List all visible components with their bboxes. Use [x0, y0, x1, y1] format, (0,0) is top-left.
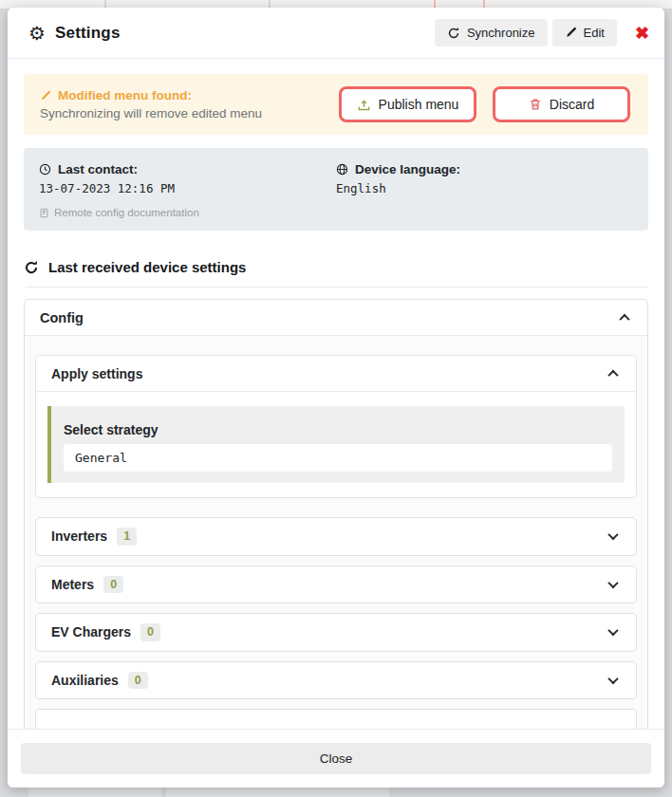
gear-icon: ⚙ — [28, 24, 46, 43]
settings-dialog: ⚙ Settings Synchronize Edit — [8, 8, 664, 788]
device-language-block: Device language: English — [336, 162, 633, 218]
banner-title-row: Modified menu found: — [40, 88, 262, 102]
section-divider — [26, 287, 648, 287]
inverters-header[interactable]: Inverters 1 — [36, 518, 636, 555]
accordion-item-inverters: Inverters 1 — [35, 517, 637, 556]
last-contact-label: Last contact: — [58, 162, 138, 176]
globe-icon — [336, 163, 348, 176]
config-accordion-header[interactable]: Config — [25, 300, 647, 336]
apply-settings-accordion: Apply settings Select strategy General — [35, 355, 637, 498]
device-language-label: Device language: — [355, 162, 460, 176]
last-contact-value: 13-07-2023 12:16 PM — [39, 181, 336, 195]
device-language-value: English — [336, 181, 633, 195]
clock-icon — [39, 163, 51, 176]
ev-chargers-label: EV Chargers — [51, 624, 131, 639]
discard-button[interactable]: Discard — [493, 86, 630, 122]
discard-label: Discard — [550, 97, 594, 112]
auxiliaries-header[interactable]: Auxiliaries 0 — [36, 662, 636, 699]
apply-settings-label: Apply settings — [51, 366, 142, 381]
apply-settings-header[interactable]: Apply settings — [36, 356, 636, 392]
meters-header[interactable]: Meters 0 — [36, 566, 636, 603]
header-actions: Synchronize Edit ✖ — [435, 19, 649, 46]
meters-label: Meters — [51, 577, 94, 592]
auxiliaries-count-badge: 0 — [128, 672, 148, 690]
dialog-body: Modified menu found: Synchronizing will … — [8, 59, 664, 729]
accordion-item-partial[interactable] — [35, 709, 637, 729]
synchronize-button[interactable]: Synchronize — [435, 19, 548, 46]
close-button[interactable]: Close — [21, 743, 651, 774]
ev-chargers-header[interactable]: EV Chargers 0 — [36, 614, 636, 651]
refresh-icon — [447, 27, 460, 40]
edit-button[interactable]: Edit — [552, 19, 617, 46]
pencil-icon — [565, 27, 577, 39]
chevron-up-icon — [617, 310, 632, 325]
device-info-box: Last contact: 13-07-2023 12:16 PM Remote… — [24, 148, 648, 231]
strategy-select[interactable]: General — [64, 444, 612, 472]
backdrop-block — [166, 788, 389, 797]
upload-icon — [357, 98, 371, 112]
last-contact-block: Last contact: 13-07-2023 12:16 PM Remote… — [39, 162, 336, 218]
synchronize-label: Synchronize — [467, 26, 535, 40]
select-strategy-label: Select strategy — [64, 422, 612, 437]
edit-label: Edit — [584, 26, 605, 40]
config-accordion: Config Apply settings Select strategy Ge… — [24, 299, 648, 729]
publish-menu-label: Publish menu — [379, 97, 459, 112]
last-received-settings-heading: Last received device settings — [24, 259, 648, 275]
dialog-header: ⚙ Settings Synchronize Edit — [8, 8, 664, 59]
refresh-icon — [24, 260, 39, 275]
accordion-item-ev-chargers: EV Chargers 0 — [35, 613, 637, 652]
inverters-label: Inverters — [51, 528, 107, 544]
dialog-title: Settings — [55, 24, 121, 43]
backdrop-block — [28, 788, 161, 797]
chevron-down-icon — [606, 673, 621, 688]
publish-menu-button[interactable]: Publish menu — [339, 86, 476, 122]
pencil-icon — [40, 90, 51, 102]
apply-settings-body: Select strategy General — [36, 392, 636, 497]
chevron-up-icon — [606, 366, 621, 381]
accordion-item-auxiliaries: Auxiliaries 0 — [35, 661, 637, 700]
banner-subtitle: Synchronizing will remove edited menu — [40, 106, 262, 120]
backdrop-bottom — [0, 788, 672, 797]
banner-text: Modified menu found: Synchronizing will … — [40, 88, 262, 120]
strategy-panel: Select strategy General — [47, 406, 625, 483]
remote-config-doc-link[interactable]: Remote config documentation — [39, 207, 336, 218]
last-contact-row: Last contact: — [39, 162, 336, 176]
config-accordion-body: Apply settings Select strategy General — [25, 336, 647, 729]
trash-icon — [529, 98, 542, 111]
dialog-footer: Close — [8, 729, 664, 788]
banner-actions: Publish menu Discard — [339, 86, 632, 122]
device-language-row: Device language: — [336, 162, 633, 176]
accordion-item-meters: Meters 0 — [35, 565, 637, 604]
section-title: Last received device settings — [48, 259, 246, 275]
modified-menu-banner: Modified menu found: Synchronizing will … — [24, 74, 648, 135]
meters-count-badge: 0 — [103, 576, 123, 594]
ev-chargers-count-badge: 0 — [140, 623, 160, 641]
config-label: Config — [40, 310, 84, 325]
chevron-down-icon — [606, 624, 621, 639]
remote-config-doc-label: Remote config documentation — [54, 207, 199, 218]
banner-title: Modified menu found: — [58, 88, 192, 102]
chevron-down-icon — [606, 577, 621, 592]
chevron-down-icon — [606, 528, 621, 544]
inverters-count-badge: 1 — [117, 528, 137, 546]
auxiliaries-label: Auxiliaries — [51, 673, 119, 688]
journal-icon — [39, 208, 49, 218]
close-icon[interactable]: ✖ — [635, 25, 649, 42]
